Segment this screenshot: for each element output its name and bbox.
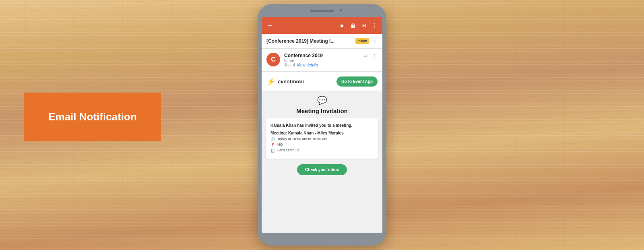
- sender-info: Conference 2019 to me Jan. 4 View detail…: [284, 53, 360, 67]
- location-icon: 📍: [270, 143, 275, 147]
- go-to-event-button[interactable]: Go to Event App: [336, 76, 378, 87]
- email-subject: [Conference 2019] Meeting I...: [266, 38, 352, 44]
- meeting-invitation-title: Meeting Invitation: [296, 107, 348, 114]
- inbox-badge: Inbox: [355, 38, 369, 44]
- email-notification-label: Email Notification: [48, 111, 137, 123]
- phone-mockup: ← ▣ 🗑 ✉ ⋮ [Conference 2019] Meeting I...…: [258, 4, 386, 246]
- phone-body: ← ▣ 🗑 ✉ ⋮ [Conference 2019] Meeting I...…: [258, 4, 386, 246]
- phone-speaker: [310, 10, 334, 12]
- chat-icon: 💬: [317, 95, 327, 105]
- view-details-link[interactable]: View details: [297, 63, 318, 67]
- sender-row: C Conference 2019 to me Jan. 4 View deta…: [262, 49, 382, 72]
- email-content: ⚡ eventmobi Go to Event App 💬 Meeting In…: [262, 72, 382, 233]
- phone-dot: [340, 9, 342, 11]
- meeting-note: Let's catch up!: [277, 148, 301, 152]
- check-inbox-button[interactable]: Check your inbox: [297, 164, 347, 175]
- mail-icon[interactable]: ✉: [361, 22, 366, 29]
- eventmobi-wordmark: eventmobi: [278, 79, 304, 85]
- sender-date: Jan. 4: [284, 63, 295, 67]
- meeting-time-row: 🕐 Today at 10:00 am to 10:30 am: [270, 137, 374, 141]
- note-icon: 📋: [270, 149, 275, 153]
- meeting-time: Today at 10:00 am to 10:30 am: [277, 137, 327, 141]
- eventmobi-header: ⚡ eventmobi Go to Event App: [262, 72, 382, 91]
- sender-actions: ↩ ⋮: [364, 53, 378, 59]
- sender-to: to me: [284, 58, 360, 63]
- gmail-topbar: ← ▣ 🗑 ✉ ⋮: [262, 17, 382, 34]
- sender-avatar: C: [266, 53, 280, 66]
- star-icon[interactable]: ☆: [372, 38, 378, 44]
- meeting-card: Kamala Khan has invited you to a meeting…: [266, 118, 378, 159]
- more-options-icon[interactable]: ⋮: [372, 22, 378, 29]
- topbar-icons: ▣ 🗑 ✉ ⋮: [339, 22, 378, 29]
- meeting-invitation-section: 💬 Meeting Invitation Kamala Khan has inv…: [262, 91, 382, 233]
- phone-screen: ← ▣ 🗑 ✉ ⋮ [Conference 2019] Meeting I...…: [262, 17, 382, 233]
- meeting-invite-text: Kamala Khan has invited you to a meeting…: [270, 123, 374, 128]
- sender-name: Conference 2019: [284, 53, 360, 58]
- time-icon: 🕐: [270, 137, 275, 141]
- back-icon[interactable]: ←: [266, 21, 274, 30]
- meeting-location: HQ: [277, 143, 283, 147]
- archive-icon[interactable]: ▣: [339, 22, 345, 29]
- eventmobi-icon: ⚡: [266, 77, 275, 86]
- more-icon[interactable]: ⋮: [372, 53, 378, 59]
- subject-row: [Conference 2019] Meeting I... Inbox ☆: [262, 34, 382, 49]
- email-notification-label-box: Email Notification: [24, 93, 161, 141]
- meeting-note-row: 📋 Let's catch up!: [270, 148, 374, 153]
- delete-icon[interactable]: 🗑: [350, 22, 356, 29]
- eventmobi-logo: ⚡ eventmobi: [266, 77, 304, 86]
- meeting-location-row: 📍 HQ: [270, 143, 374, 147]
- meeting-name: Meeting: Kamala Khan - Miles Morales: [270, 131, 374, 135]
- reply-icon[interactable]: ↩: [364, 53, 369, 59]
